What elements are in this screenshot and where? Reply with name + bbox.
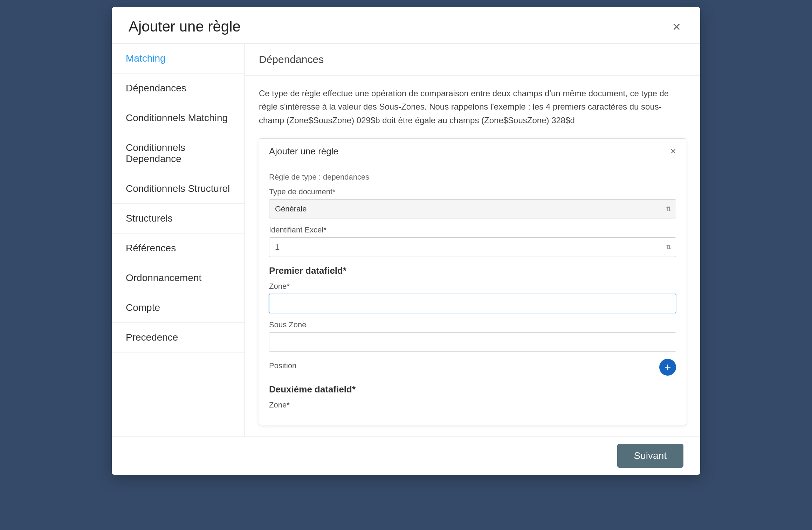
modal-close-button[interactable]: × xyxy=(670,18,683,35)
inner-modal-body: Règle de type : dependances Type de docu… xyxy=(259,164,686,425)
zone-1-group: Zone* xyxy=(269,282,676,313)
identifiant-excel-input[interactable] xyxy=(269,237,676,257)
modal-header: Ajouter une règle × xyxy=(112,7,700,44)
sidebar-item-matching[interactable]: Matching xyxy=(112,44,245,74)
sidebar-item-compte[interactable]: Compte xyxy=(112,293,245,323)
position-row: Position + xyxy=(269,359,676,376)
sous-zone-1-label: Sous Zone xyxy=(269,320,676,329)
identifiant-excel-wrapper xyxy=(269,237,676,257)
sidebar-item-conditionnels-matching[interactable]: Conditionnels Matching xyxy=(112,103,245,133)
sous-zone-1-input[interactable] xyxy=(269,332,676,352)
type-document-select[interactable]: Générale Spécifique Autre xyxy=(269,199,676,218)
position-group: Position + xyxy=(269,359,676,376)
sidebar-item-conditionnels-structurel[interactable]: Conditionnels Structurel xyxy=(112,174,245,204)
zone-1-input[interactable] xyxy=(269,294,676,313)
sidebar-item-structurels[interactable]: Structurels xyxy=(112,204,245,233)
modal-title: Ajouter une règle xyxy=(129,18,241,35)
sous-zone-1-group: Sous Zone xyxy=(269,320,676,352)
inner-modal-header: Ajouter une règle × xyxy=(259,139,686,164)
inner-modal-title: Ajouter une règle xyxy=(269,146,338,157)
sidebar-item-dependances[interactable]: Dépendances xyxy=(112,74,245,103)
inner-modal-close-button[interactable]: × xyxy=(670,146,676,157)
type-document-label: Type de document* xyxy=(269,187,676,196)
inner-modal: Ajouter une règle × Règle de type : depe… xyxy=(259,138,686,425)
rule-type-label: Règle de type : dependances xyxy=(269,173,676,182)
modal-overlay: Ajouter une règle × Matching Dépendances… xyxy=(0,0,812,530)
zone-2-label: Zone* xyxy=(269,400,676,410)
premier-datafield-title: Premier datafield* xyxy=(269,265,676,276)
modal-body: Matching Dépendances Conditionnels Match… xyxy=(112,44,700,437)
position-label: Position xyxy=(269,361,296,370)
description-text: Ce type de règle effectue une opération … xyxy=(259,87,686,127)
deuxieme-datafield-title: Deuxiéme datafield* xyxy=(269,384,676,395)
zone-1-label: Zone* xyxy=(269,282,676,291)
plus-icon: + xyxy=(665,362,671,373)
identifiant-excel-label: Identifiant Excel* xyxy=(269,225,676,235)
sidebar-item-conditionnels-dependance[interactable]: Conditionnels Dependance xyxy=(112,133,245,174)
add-position-button[interactable]: + xyxy=(659,359,676,376)
sidebar-item-references[interactable]: Références xyxy=(112,233,245,263)
type-document-select-wrapper: Générale Spécifique Autre xyxy=(269,199,676,218)
section-header: Dépendances xyxy=(245,44,700,76)
sidebar-item-ordonnancement[interactable]: Ordonnancement xyxy=(112,263,245,293)
main-modal: Ajouter une règle × Matching Dépendances… xyxy=(112,7,700,475)
sidebar: Matching Dépendances Conditionnels Match… xyxy=(112,44,245,437)
zone-2-group: Zone* xyxy=(269,400,676,410)
suivant-button[interactable]: Suivant xyxy=(617,444,683,468)
main-content: Dépendances Ce type de règle effectue un… xyxy=(245,44,700,437)
type-document-group: Type de document* Générale Spécifique Au… xyxy=(269,187,676,218)
identifiant-excel-group: Identifiant Excel* xyxy=(269,225,676,257)
modal-footer: Suivant xyxy=(112,437,700,475)
sidebar-item-precedence[interactable]: Precedence xyxy=(112,323,245,353)
